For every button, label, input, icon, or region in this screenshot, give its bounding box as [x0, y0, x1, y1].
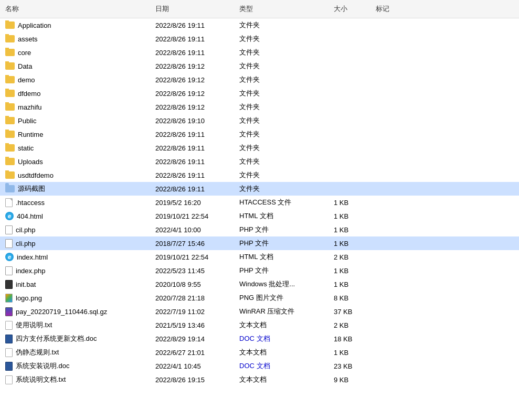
php-icon [5, 225, 13, 234]
txt-icon [5, 348, 13, 357]
file-size: 8 KB [330, 293, 372, 303]
list-item[interactable]: Runtime2022/8/26 19:11文件夹 [0, 127, 519, 141]
header-name[interactable]: 名称 [0, 2, 151, 16]
file-name: core [18, 49, 31, 57]
list-item[interactable]: pay_20220719_110446.sql.gz2022/7/19 11:0… [0, 305, 519, 318]
file-type: WinRAR 压缩文件 [235, 306, 330, 317]
list-item[interactable]: assets2022/8/26 19:11文件夹 [0, 32, 519, 46]
list-item[interactable]: 系统说明文档.txt2022/8/26 19:15文本文档9 KB [0, 373, 519, 386]
file-size: 1 KB [330, 279, 372, 289]
txt-icon [5, 321, 13, 330]
file-size [330, 147, 372, 149]
file-tag [372, 242, 414, 244]
folder-icon [5, 158, 15, 165]
file-name-cell: demo [0, 75, 151, 85]
list-item[interactable]: logo.png2020/7/28 21:18PNG 图片文件8 KB [0, 291, 519, 305]
file-type: PHP 文件 [235, 238, 330, 249]
file-date: 2022/8/26 19:11 [151, 143, 235, 153]
ie-icon [5, 212, 14, 220]
file-size [330, 174, 372, 176]
file-name: 使用说明.txt [16, 320, 52, 330]
list-item[interactable]: cli.php2018/7/27 15:46PHP 文件1 KB [0, 236, 519, 250]
file-name: cil.php [16, 226, 36, 234]
file-date: 2022/8/26 19:11 [151, 184, 235, 194]
file-tag [372, 79, 414, 81]
list-item[interactable]: static2022/8/26 19:11文件夹 [0, 141, 519, 155]
file-name: Public [18, 117, 36, 125]
folder-icon [5, 35, 15, 42]
file-size: 18 KB [330, 334, 372, 344]
file-list: Application2022/8/26 19:11文件夹assets2022/… [0, 18, 519, 386]
list-item[interactable]: cil.php2022/4/1 10:00PHP 文件1 KB [0, 223, 519, 236]
file-date: 2020/10/8 9:55 [151, 279, 235, 289]
header-tag[interactable]: 标记 [372, 2, 414, 16]
list-item[interactable]: index.php2022/5/23 11:45PHP 文件1 KB [0, 264, 519, 277]
list-item[interactable]: usdtdfdemo2022/8/26 19:11文件夹 [0, 168, 519, 182]
file-tag [372, 174, 414, 176]
file-tag [372, 310, 414, 313]
list-item[interactable]: index.html2019/10/21 22:54HTML 文档2 KB [0, 250, 519, 264]
file-name-cell: logo.png [0, 293, 151, 304]
folder-icon [5, 171, 15, 179]
list-item[interactable]: 源码截图2022/8/26 19:11文件夹 [0, 182, 519, 196]
file-name-cell: 系统安装说明.doc [0, 360, 151, 372]
list-item[interactable]: 四方支付系统更新文档.doc2022/8/29 19:14DOC 文档18 KB [0, 332, 519, 346]
file-name-cell: cil.php [0, 224, 151, 235]
file-name-cell: Application [0, 20, 151, 30]
folder-icon [5, 76, 15, 83]
header-size[interactable]: 大小 [330, 2, 372, 16]
list-item[interactable]: .htaccess2019/5/2 16:20HTACCESS 文件1 KB [0, 196, 519, 209]
ie-icon [5, 253, 14, 261]
file-date: 2021/5/19 13:46 [151, 320, 235, 330]
file-name-cell: Public [0, 116, 151, 126]
file-date: 2018/7/27 15:46 [151, 239, 235, 249]
list-item[interactable]: Data2022/8/26 19:12文件夹 [0, 59, 519, 73]
list-item[interactable]: mazhifu2022/8/26 19:12文件夹 [0, 100, 519, 114]
file-date: 2020/7/28 21:18 [151, 293, 235, 303]
file-size: 1 KB [330, 225, 372, 235]
file-name-cell: assets [0, 34, 151, 44]
png-icon [5, 294, 13, 303]
file-tag [372, 38, 414, 40]
file-name-cell: 源码截图 [0, 183, 151, 195]
file-name: static [18, 144, 34, 152]
header-date[interactable]: 日期 [151, 2, 235, 16]
list-item[interactable]: Public2022/8/26 19:10文件夹 [0, 114, 519, 127]
bat-icon [5, 280, 13, 289]
list-item[interactable]: init.bat2020/10/8 9:55Windows 批处理...1 KB [0, 277, 519, 291]
header-type[interactable]: 类型 [235, 2, 330, 16]
list-item[interactable]: demo2022/8/26 19:12文件夹 [0, 73, 519, 87]
list-item[interactable]: 伪静态规则.txt2022/6/27 21:01文本文档1 KB [0, 346, 519, 359]
file-size [330, 106, 372, 108]
list-item[interactable]: core2022/8/26 19:11文件夹 [0, 46, 519, 59]
rar-icon [5, 307, 13, 316]
folder-icon [5, 144, 15, 152]
file-date: 2022/8/26 19:10 [151, 116, 235, 126]
file-type: PHP 文件 [235, 265, 330, 276]
file-name: cli.php [16, 240, 36, 247]
file-size: 1 KB [330, 198, 372, 208]
file-type: 文件夹 [235, 47, 330, 58]
list-item[interactable]: 404.html2019/10/21 22:54HTML 文档1 KB [0, 209, 519, 223]
file-name-cell: Data [0, 61, 151, 71]
folder-icon [5, 21, 15, 29]
file-type: 文件夹 [235, 88, 330, 99]
php-icon [5, 266, 13, 275]
file-size: 9 KB [330, 375, 372, 385]
file-size: 2 KB [330, 320, 372, 330]
file-tag [372, 379, 414, 381]
list-item[interactable]: 使用说明.txt2021/5/19 13:46文本文档2 KB [0, 318, 519, 332]
file-name: pay_20220719_110446.sql.gz [16, 308, 107, 316]
file-name: Application [18, 21, 51, 29]
folder-icon [5, 117, 15, 124]
folder-selected-icon [5, 185, 15, 192]
file-name-cell: mazhifu [0, 102, 151, 112]
file-date: 2022/8/26 19:12 [151, 75, 235, 85]
list-item[interactable]: Application2022/8/26 19:11文件夹 [0, 18, 519, 32]
file-size [330, 92, 372, 94]
list-item[interactable]: 系统安装说明.doc2022/4/1 10:45DOC 文档23 KB [0, 359, 519, 373]
list-item[interactable]: dfdemo2022/8/26 19:12文件夹 [0, 87, 519, 100]
php-icon [5, 239, 13, 248]
list-item[interactable]: Uploads2022/8/26 19:11文件夹 [0, 155, 519, 168]
file-tag [372, 297, 414, 299]
